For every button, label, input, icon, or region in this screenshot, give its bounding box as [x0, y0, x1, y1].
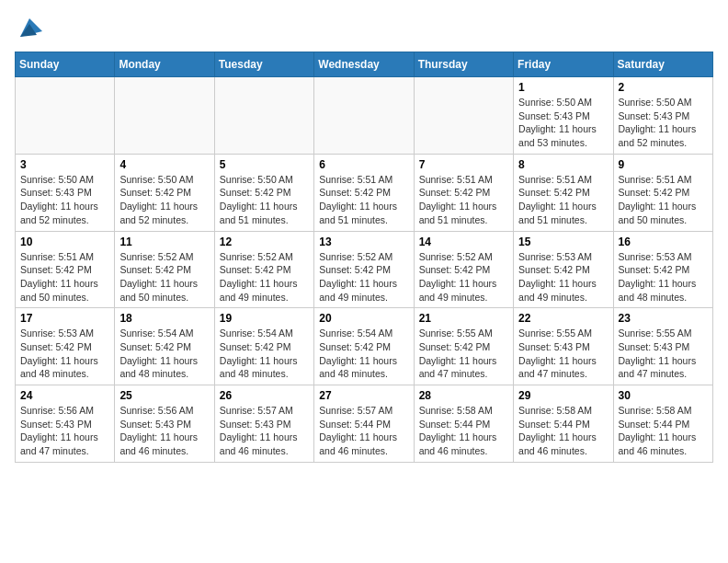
day-number: 8 [518, 158, 608, 171]
day-info: Sunrise: 5:51 AM Sunset: 5:42 PM Dayligh… [319, 173, 408, 227]
calendar-cell: 23Sunrise: 5:55 AM Sunset: 5:43 PM Dayli… [613, 308, 712, 385]
day-number: 15 [518, 236, 608, 248]
calendar-header-saturday: Saturday [613, 52, 712, 77]
day-number: 19 [220, 312, 309, 325]
day-info: Sunrise: 5:51 AM Sunset: 5:42 PM Dayligh… [518, 173, 608, 227]
day-info: Sunrise: 5:53 AM Sunset: 5:42 PM Dayligh… [518, 250, 608, 304]
day-number: 29 [518, 389, 608, 402]
day-number: 9 [619, 158, 708, 171]
day-info: Sunrise: 5:50 AM Sunset: 5:42 PM Dayligh… [220, 173, 309, 227]
day-number: 26 [220, 389, 309, 402]
calendar-cell: 6Sunrise: 5:51 AM Sunset: 5:42 PM Daylig… [314, 154, 414, 231]
calendar-header-wednesday: Wednesday [314, 52, 414, 77]
day-info: Sunrise: 5:55 AM Sunset: 5:42 PM Dayligh… [419, 327, 508, 381]
calendar-week-5: 24Sunrise: 5:56 AM Sunset: 5:43 PM Dayli… [16, 385, 713, 463]
day-info: Sunrise: 5:58 AM Sunset: 5:44 PM Dayligh… [419, 404, 508, 458]
day-info: Sunrise: 5:51 AM Sunset: 5:42 PM Dayligh… [20, 250, 109, 304]
calendar-table: SundayMondayTuesdayWednesdayThursdayFrid… [15, 52, 713, 463]
calendar-cell: 2Sunrise: 5:50 AM Sunset: 5:43 PM Daylig… [613, 77, 712, 155]
day-number: 28 [419, 389, 508, 402]
calendar-week-4: 17Sunrise: 5:53 AM Sunset: 5:42 PM Dayli… [16, 308, 713, 385]
calendar-cell: 3Sunrise: 5:50 AM Sunset: 5:43 PM Daylig… [16, 154, 115, 231]
day-info: Sunrise: 5:50 AM Sunset: 5:42 PM Dayligh… [119, 173, 209, 227]
calendar-cell: 25Sunrise: 5:56 AM Sunset: 5:43 PM Dayli… [115, 385, 214, 463]
calendar-cell: 15Sunrise: 5:53 AM Sunset: 5:42 PM Dayli… [514, 231, 613, 308]
day-number: 18 [119, 312, 209, 325]
calendar-cell: 4Sunrise: 5:50 AM Sunset: 5:42 PM Daylig… [115, 154, 214, 231]
day-number: 7 [419, 158, 508, 171]
calendar-cell: 17Sunrise: 5:53 AM Sunset: 5:42 PM Dayli… [16, 308, 115, 385]
day-number: 23 [619, 312, 708, 325]
day-info: Sunrise: 5:50 AM Sunset: 5:43 PM Dayligh… [619, 96, 708, 150]
day-number: 30 [619, 389, 708, 402]
day-info: Sunrise: 5:52 AM Sunset: 5:42 PM Dayligh… [119, 250, 209, 304]
day-info: Sunrise: 5:54 AM Sunset: 5:42 PM Dayligh… [220, 327, 309, 381]
day-number: 6 [319, 158, 408, 171]
calendar-header-tuesday: Tuesday [214, 52, 313, 77]
calendar-cell: 11Sunrise: 5:52 AM Sunset: 5:42 PM Dayli… [115, 231, 214, 308]
day-number: 2 [619, 81, 708, 94]
calendar-cell: 16Sunrise: 5:53 AM Sunset: 5:42 PM Dayli… [613, 231, 712, 308]
day-number: 1 [518, 81, 608, 94]
day-info: Sunrise: 5:52 AM Sunset: 5:42 PM Dayligh… [220, 250, 309, 304]
calendar-cell: 27Sunrise: 5:57 AM Sunset: 5:44 PM Dayli… [314, 385, 414, 463]
day-info: Sunrise: 5:52 AM Sunset: 5:42 PM Dayligh… [319, 250, 408, 304]
calendar-week-3: 10Sunrise: 5:51 AM Sunset: 5:42 PM Dayli… [16, 231, 713, 308]
calendar-cell: 28Sunrise: 5:58 AM Sunset: 5:44 PM Dayli… [414, 385, 513, 463]
day-number: 12 [220, 236, 309, 248]
calendar-week-2: 3Sunrise: 5:50 AM Sunset: 5:43 PM Daylig… [16, 154, 713, 231]
calendar-cell [115, 77, 214, 155]
calendar-cell: 9Sunrise: 5:51 AM Sunset: 5:42 PM Daylig… [613, 154, 712, 231]
day-info: Sunrise: 5:51 AM Sunset: 5:42 PM Dayligh… [419, 173, 508, 227]
logo [15, 15, 42, 40]
day-info: Sunrise: 5:50 AM Sunset: 5:43 PM Dayligh… [20, 173, 109, 227]
day-number: 24 [20, 389, 109, 402]
calendar-cell: 18Sunrise: 5:54 AM Sunset: 5:42 PM Dayli… [115, 308, 214, 385]
calendar-cell: 10Sunrise: 5:51 AM Sunset: 5:42 PM Dayli… [16, 231, 115, 308]
calendar-cell: 30Sunrise: 5:58 AM Sunset: 5:44 PM Dayli… [613, 385, 712, 463]
calendar-cell [214, 77, 313, 155]
calendar-cell: 13Sunrise: 5:52 AM Sunset: 5:42 PM Dayli… [314, 231, 414, 308]
day-number: 11 [119, 236, 209, 248]
calendar-cell: 19Sunrise: 5:54 AM Sunset: 5:42 PM Dayli… [214, 308, 313, 385]
calendar-cell: 8Sunrise: 5:51 AM Sunset: 5:42 PM Daylig… [514, 154, 613, 231]
day-info: Sunrise: 5:56 AM Sunset: 5:43 PM Dayligh… [119, 404, 209, 458]
calendar-cell [314, 77, 414, 155]
calendar-cell [16, 77, 115, 155]
calendar-header-monday: Monday [115, 52, 214, 77]
calendar-cell: 1Sunrise: 5:50 AM Sunset: 5:43 PM Daylig… [514, 77, 613, 155]
day-number: 21 [419, 312, 508, 325]
day-info: Sunrise: 5:57 AM Sunset: 5:44 PM Dayligh… [319, 404, 408, 458]
day-info: Sunrise: 5:55 AM Sunset: 5:43 PM Dayligh… [518, 327, 608, 381]
day-number: 14 [419, 236, 508, 248]
day-info: Sunrise: 5:50 AM Sunset: 5:43 PM Dayligh… [518, 96, 608, 150]
day-number: 25 [119, 389, 209, 402]
calendar-cell: 21Sunrise: 5:55 AM Sunset: 5:42 PM Dayli… [414, 308, 513, 385]
calendar-cell: 26Sunrise: 5:57 AM Sunset: 5:43 PM Dayli… [214, 385, 313, 463]
calendar-cell: 12Sunrise: 5:52 AM Sunset: 5:42 PM Dayli… [214, 231, 313, 308]
day-number: 22 [518, 312, 608, 325]
day-number: 17 [20, 312, 109, 325]
calendar-cell: 14Sunrise: 5:52 AM Sunset: 5:42 PM Dayli… [414, 231, 513, 308]
day-info: Sunrise: 5:58 AM Sunset: 5:44 PM Dayligh… [619, 404, 708, 458]
calendar-header-friday: Friday [514, 52, 613, 77]
day-number: 10 [20, 236, 109, 248]
day-info: Sunrise: 5:58 AM Sunset: 5:44 PM Dayligh… [518, 404, 608, 458]
calendar-cell: 22Sunrise: 5:55 AM Sunset: 5:43 PM Dayli… [514, 308, 613, 385]
calendar-cell: 24Sunrise: 5:56 AM Sunset: 5:43 PM Dayli… [16, 385, 115, 463]
calendar-week-1: 1Sunrise: 5:50 AM Sunset: 5:43 PM Daylig… [16, 77, 713, 155]
calendar-header-thursday: Thursday [414, 52, 513, 77]
day-number: 5 [220, 158, 309, 171]
day-number: 4 [119, 158, 209, 171]
page-header [15, 15, 713, 40]
calendar-header-row: SundayMondayTuesdayWednesdayThursdayFrid… [16, 52, 713, 77]
calendar-cell: 20Sunrise: 5:54 AM Sunset: 5:42 PM Dayli… [314, 308, 414, 385]
calendar-header-sunday: Sunday [16, 52, 115, 77]
logo-icon [17, 15, 42, 40]
day-number: 27 [319, 389, 408, 402]
day-number: 13 [319, 236, 408, 248]
calendar-cell: 5Sunrise: 5:50 AM Sunset: 5:42 PM Daylig… [214, 154, 313, 231]
day-info: Sunrise: 5:52 AM Sunset: 5:42 PM Dayligh… [419, 250, 508, 304]
day-info: Sunrise: 5:57 AM Sunset: 5:43 PM Dayligh… [220, 404, 309, 458]
day-number: 3 [20, 158, 109, 171]
